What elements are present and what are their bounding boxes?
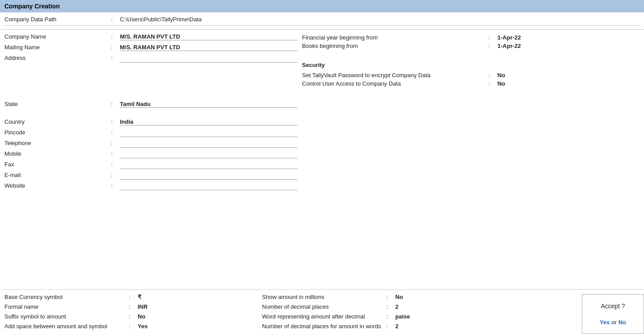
email-row: E-mail :	[4, 171, 298, 181]
telephone-label: Telephone	[4, 139, 111, 146]
pincode-value[interactable]	[120, 128, 298, 137]
email-label: E-mail	[4, 171, 111, 178]
add-space-value[interactable]: Yes	[138, 323, 147, 330]
bottom-bar: Base Currency symbol : ₹ Formal name : I…	[0, 289, 644, 334]
address-label: Address	[4, 54, 111, 61]
company-name-label: Company Name	[4, 32, 111, 40]
base-currency-row: Base Currency symbol : ₹	[4, 292, 262, 301]
decimal-words-label: Number of decimal places for amount in w…	[262, 323, 386, 330]
formal-name-value[interactable]: INR	[138, 303, 147, 310]
security-header: Security	[302, 62, 640, 68]
form-body: Company Name : M/S. RAMAN PVT LTD Mailin…	[0, 30, 644, 289]
country-value[interactable]: India	[120, 118, 298, 126]
suffix-symbol-row: Suffix symbol to amount : No	[4, 312, 262, 321]
data-path-value[interactable]: C:\Users\Public\TallyPrime\Data	[120, 16, 202, 23]
company-name-row: Company Name : M/S. RAMAN PVT LTD	[4, 32, 298, 42]
show-millions-label: Show amount in millions	[262, 294, 386, 300]
suffix-symbol-value[interactable]: No	[138, 313, 145, 320]
base-currency-label: Base Currency symbol	[4, 294, 129, 300]
word-amount-value[interactable]: paise	[395, 313, 410, 320]
tallyvault-row: Set TallyVault Password to encrypt Compa…	[302, 72, 640, 79]
add-space-row: Add space between amount and symbol : Ye…	[4, 322, 262, 330]
formal-name-label: Formal name	[4, 303, 129, 310]
financial-year-value[interactable]: 1-Apr-22	[497, 34, 521, 41]
tallyvault-value[interactable]: No	[497, 72, 505, 79]
tallyvault-label: Set TallyVault Password to encrypt Compa…	[302, 72, 489, 79]
website-value[interactable]	[120, 181, 298, 190]
country-label: Country	[4, 118, 111, 125]
right-column: Financial year beginning from : 1-Apr-22…	[298, 32, 640, 287]
state-value[interactable]: Tamil Nadu	[120, 100, 298, 108]
word-amount-label: Word representing amount after decimal	[262, 313, 386, 320]
mailing-name-row: Mailing Name : M/S. RAMAN PVT LTD	[4, 43, 298, 53]
accept-no-button[interactable]: No	[618, 319, 626, 326]
accept-yes-button[interactable]: Yes	[600, 319, 609, 326]
telephone-value[interactable]	[120, 139, 298, 148]
financial-year-row: Financial year beginning from : 1-Apr-22	[302, 34, 640, 41]
control-access-value[interactable]: No	[497, 80, 505, 87]
mailing-name-value[interactable]: M/S. RAMAN PVT LTD	[120, 43, 298, 51]
state-row: State : Tamil Nadu	[4, 100, 298, 110]
decimal-words-value[interactable]: 2	[395, 323, 398, 330]
control-access-row: Control User Access to Company Data : No	[302, 80, 640, 87]
state-label: State	[4, 100, 111, 107]
decimal-places-label: Number of decimal places	[262, 303, 386, 310]
data-path-label: Company Data Path	[4, 16, 111, 23]
fax-label: Fax	[4, 160, 111, 168]
accept-title: Accept ?	[601, 303, 625, 310]
address-value[interactable]	[120, 54, 298, 63]
mobile-label: Mobile	[4, 149, 111, 157]
email-value[interactable]	[120, 171, 298, 180]
accept-or-label: or	[612, 319, 617, 326]
left-column: Company Name : M/S. RAMAN PVT LTD Mailin…	[4, 32, 298, 287]
website-row: Website :	[4, 181, 298, 191]
financial-year-label: Financial year beginning from	[302, 34, 489, 41]
fax-value[interactable]	[120, 160, 298, 169]
books-beginning-row: Books beginning from : 1-Apr-22	[302, 43, 640, 49]
fax-row: Fax :	[4, 160, 298, 170]
data-path-row: Company Data Path : C:\Users\Public\Tall…	[4, 16, 640, 23]
country-row: Country : India	[4, 118, 298, 127]
suffix-symbol-label: Suffix symbol to amount	[4, 313, 129, 320]
mobile-value[interactable]	[120, 149, 298, 158]
company-name-value[interactable]: M/S. RAMAN PVT LTD	[120, 32, 298, 40]
add-space-label: Add space between amount and symbol	[4, 323, 129, 330]
address-row: Address :	[4, 54, 298, 63]
bottom-left: Base Currency symbol : ₹ Formal name : I…	[4, 292, 262, 331]
title-bar: Company Creation	[0, 0, 644, 12]
books-beginning-label: Books beginning from	[302, 43, 489, 49]
mobile-row: Mobile :	[4, 149, 298, 159]
telephone-row: Telephone :	[4, 139, 298, 149]
books-beginning-value[interactable]: 1-Apr-22	[497, 43, 521, 49]
mailing-name-label: Mailing Name	[4, 43, 111, 51]
show-millions-value[interactable]: No	[395, 294, 403, 300]
accept-box: Accept ? Yes or No	[582, 294, 644, 334]
website-label: Website	[4, 181, 111, 189]
pincode-row: Pincode :	[4, 128, 298, 138]
accept-buttons: Yes or No	[600, 319, 626, 326]
pincode-label: Pincode	[4, 128, 111, 136]
page-title: Company Creation	[4, 3, 60, 10]
formal-name-row: Formal name : INR	[4, 302, 262, 311]
control-access-label: Control User Access to Company Data	[302, 80, 489, 87]
data-path-section: Company Data Path : C:\Users\Public\Tall…	[0, 12, 644, 30]
decimal-places-value[interactable]: 2	[395, 303, 398, 310]
base-currency-value[interactable]: ₹	[138, 294, 141, 300]
